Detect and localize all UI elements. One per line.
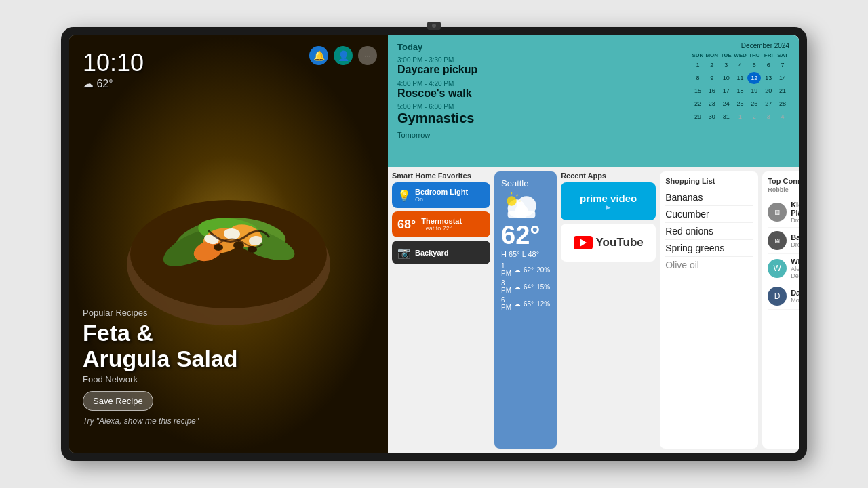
connection-wife[interactable]: W Wife Alexa Devices ⋮ (768, 254, 799, 283)
cal-day-11[interactable]: 11 (734, 72, 747, 84)
conn-avatar-kids: 🖥 (768, 203, 787, 222)
thermostat-card[interactable]: 68° Thermostat Heat to 72° (392, 211, 490, 237)
calendar-month: December 2024 (691, 42, 789, 49)
shopping-item-red-onions: Red onions (665, 223, 753, 240)
event-time-1: 3:00 PM - 3:30 PM (397, 56, 684, 64)
conn-sub-basement: Drop In (791, 241, 799, 248)
cal-day-23[interactable]: 23 (705, 98, 719, 110)
event-time-2: 4:00 PM - 4:20 PM (397, 80, 684, 87)
weather-card: Seattle 62° (494, 171, 557, 449)
smart-home-column: Smart Home Favorites 💡 Bedroom Light On … (392, 171, 490, 449)
event-roscoe: 4:00 PM - 4:20 PM Roscoe's walk (397, 80, 684, 100)
cal-day-26[interactable]: 26 (747, 98, 761, 110)
shopping-item-spring-greens: Spring greens (665, 240, 753, 257)
settings-icon[interactable]: ··· (358, 46, 377, 65)
shopping-item-cucumber: Cucumber (665, 206, 753, 223)
left-panel: 10:10 ☁ 62° 🔔 👤 ··· Popular Recipes Feta… (69, 35, 388, 453)
cal-day-6[interactable]: 6 (762, 59, 775, 71)
cal-day-5[interactable]: 5 (747, 59, 761, 71)
cal-day-9[interactable]: 9 (705, 72, 719, 84)
conn-name-david: David (791, 289, 799, 297)
cal-day-22[interactable]: 22 (691, 98, 705, 110)
weather-6pm: 6 PM☁65°12% (501, 296, 550, 311)
cal-day-25[interactable]: 25 (734, 98, 747, 110)
cal-day-next-4[interactable]: 4 (776, 110, 789, 123)
cal-day-4[interactable]: 4 (734, 59, 747, 71)
cal-day-12-today[interactable]: 12 (747, 72, 761, 84)
notification-icon[interactable]: 🔔 (309, 46, 328, 65)
cal-day-17[interactable]: 17 (719, 85, 733, 97)
calendar-section: Today 3:00 PM - 3:30 PM Daycare pickup 4… (388, 35, 799, 167)
thermostat-temp: 68° (397, 218, 416, 232)
conn-avatar-wife: W (768, 259, 787, 278)
youtube-card[interactable]: YouTube (561, 224, 656, 262)
bedroom-light-name: Bedroom Light (415, 188, 468, 196)
event-name-1: Daycare pickup (397, 64, 684, 76)
backyard-card[interactable]: 📷 Backyard (392, 241, 490, 264)
prime-video-card[interactable]: prime video ▶ (561, 182, 656, 220)
cal-header-fri: FRI (762, 52, 775, 58)
recipe-name: Feta &Arugula Salad (83, 321, 238, 371)
cal-day-28[interactable]: 28 (776, 98, 789, 110)
connection-basement[interactable]: 🖥 Basement Drop In ⋮ (768, 228, 799, 254)
event-name-2: Roscoe's walk (397, 87, 684, 100)
conn-info-kids: Kid's Playroom Drop In (791, 201, 799, 224)
cal-day-10[interactable]: 10 (719, 72, 733, 84)
save-recipe-button[interactable]: Save Recipe (83, 391, 153, 411)
cal-day-1[interactable]: 1 (691, 59, 705, 71)
youtube-logo: YouTube (574, 236, 644, 249)
cal-day-16[interactable]: 16 (705, 85, 719, 97)
svg-point-1 (130, 200, 327, 308)
shopping-column: Shopping List Bananas Cucumber Red onion… (660, 171, 758, 449)
cal-day-15[interactable]: 15 (691, 85, 705, 97)
connection-kids-playroom[interactable]: 🖥 Kid's Playroom Drop In ⋮ (768, 197, 799, 228)
thermostat-info: Thermostat Heat to 72° (421, 217, 462, 232)
cal-day-29[interactable]: 29 (691, 110, 705, 123)
prime-video-logo: prime video ▶ (580, 192, 637, 211)
cal-header-mon: MON (705, 52, 719, 58)
alexa-hint: Try "Alexa, show me this recipe" (83, 416, 238, 426)
shopping-title: Shopping List (665, 177, 753, 185)
cal-day-19[interactable]: 19 (747, 85, 761, 97)
shopping-item-bananas: Bananas (665, 189, 753, 206)
cal-day-30[interactable]: 30 (705, 110, 719, 123)
camera-icon: 📷 (397, 246, 411, 259)
tv-screen: 10:10 ☁ 62° 🔔 👤 ··· Popular Recipes Feta… (69, 35, 799, 453)
bedroom-light-card[interactable]: 💡 Bedroom Light On (392, 182, 490, 208)
weather-cloud-icon (501, 191, 542, 218)
cal-day-24[interactable]: 24 (719, 98, 733, 110)
network-label: Food Network (83, 374, 238, 384)
cal-day-7[interactable]: 7 (776, 59, 789, 71)
cal-day-31[interactable]: 31 (719, 110, 733, 123)
cal-day-8[interactable]: 8 (691, 72, 705, 84)
conn-info-david: David Mobile (791, 289, 799, 304)
food-image: 10:10 ☁ 62° 🔔 👤 ··· Popular Recipes Feta… (69, 35, 388, 453)
youtube-text: YouTube (596, 236, 644, 249)
clock: 10:10 (83, 49, 144, 77)
cal-day-next-3[interactable]: 3 (762, 110, 775, 123)
cal-day-next-1[interactable]: 1 (734, 110, 747, 123)
cal-day-18[interactable]: 18 (734, 85, 747, 97)
mini-calendar: December 2024 SUN MON TUE WED THU FRI SA… (691, 42, 789, 161)
event-time-3: 5:00 PM - 6:00 PM (397, 103, 684, 110)
time-display: 10:10 ☁ 62° (83, 49, 144, 90)
shopping-list: Shopping List Bananas Cucumber Red onion… (660, 171, 758, 449)
connections-column: Top Connections For Robbie 🖥 Kid's Playr… (762, 171, 799, 449)
connections-title: Top Connections For Robbie (768, 177, 799, 193)
weather-temperature: 62° (501, 221, 550, 250)
cal-day-20[interactable]: 20 (762, 85, 775, 97)
cal-day-2[interactable]: 2 (705, 59, 719, 71)
cal-day-14[interactable]: 14 (776, 72, 789, 84)
cal-day-13[interactable]: 13 (762, 72, 775, 84)
conn-sub-wife: Alexa Devices (791, 266, 799, 279)
recent-apps-title: Recent Apps (561, 171, 656, 180)
youtube-icon (574, 236, 593, 249)
cal-day-3[interactable]: 3 (719, 59, 733, 71)
cal-day-27[interactable]: 27 (762, 98, 775, 110)
conn-name-basement: Basement (791, 233, 799, 241)
cal-day-next-2[interactable]: 2 (747, 110, 761, 123)
connection-david[interactable]: D David Mobile ⋮ (768, 283, 799, 310)
cal-day-21[interactable]: 21 (776, 85, 789, 97)
profile-icon[interactable]: 👤 (334, 46, 353, 65)
cal-header-tue: TUE (719, 52, 733, 58)
